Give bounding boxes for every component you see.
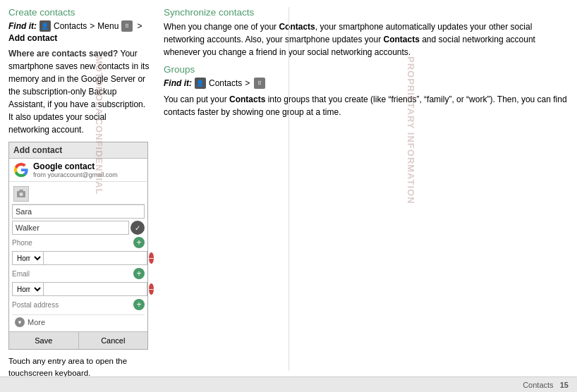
cancel-button[interactable]: Cancel — [79, 332, 148, 349]
groups-menu-icon: ⠿ — [254, 78, 265, 89]
groups-contacts3: Contacts — [229, 94, 265, 104]
footer-section: Contacts — [523, 381, 553, 389]
email-type-select[interactable]: Home Work — [12, 282, 44, 296]
more-label: More — [28, 318, 45, 326]
postal-section: Postal address + — [12, 299, 145, 312]
google-contact-row[interactable]: Google contact from youraccount@gmail.co… — [9, 159, 147, 182]
footer-page: 15 — [560, 381, 569, 389]
column-divider — [288, 7, 289, 371]
sync-contacts1: Contacts — [279, 22, 315, 32]
more-row[interactable]: ▼ More — [12, 314, 145, 329]
where-saved-body: Your smartphone saves new contacts in it… — [8, 49, 149, 135]
groups-body2: You can put your — [164, 94, 229, 104]
google-icon — [13, 162, 29, 178]
groups-contacts-icon: 👤 — [195, 78, 206, 89]
groups-contacts-text: Contacts — [209, 78, 242, 88]
svg-point-1 — [20, 192, 23, 196]
form-header: Add contact — [9, 142, 147, 159]
sync-body: When you change one of your Contacts, yo… — [164, 20, 569, 59]
svg-rect-2 — [19, 190, 23, 191]
remove-email-button[interactable]: – — [149, 283, 154, 295]
phone-header: Phone + — [12, 237, 145, 250]
email-section: Email + Home Work – — [12, 268, 145, 296]
email-input[interactable] — [44, 282, 147, 296]
left-column: Create contacts Find it: 👤 Contacts > Me… — [8, 7, 157, 374]
footer-bar: Contacts 15 — [0, 376, 577, 392]
phone-label: Phone — [12, 239, 32, 247]
email-header: Email + — [12, 268, 145, 281]
sync-contacts-title: Synchronize contacts — [164, 7, 569, 18]
email-field-row[interactable]: Home Work – — [12, 282, 145, 296]
groups-find-it-label: Find it: — [164, 78, 192, 88]
camera-icon — [16, 189, 26, 199]
gt2: > — [137, 21, 142, 31]
google-contact-text: Google contact from youraccount@gmail.co… — [33, 161, 118, 178]
find-it-line: Find it: 👤 Contacts > Menu ⠿ > Add conta… — [8, 20, 150, 43]
groups-find-it: Find it: 👤 Contacts > ⠿ — [164, 78, 569, 89]
menu-text: Menu — [97, 21, 119, 31]
first-name-input[interactable] — [12, 204, 145, 219]
add-phone-button[interactable]: + — [133, 237, 145, 248]
groups-title: Groups — [164, 64, 569, 75]
form-buttons: Save Cancel — [9, 331, 147, 349]
add-contact-form: Add contact Google contact from youracco… — [8, 142, 148, 350]
groups-gt: > — [245, 78, 250, 88]
phone-type-select[interactable]: Home Mobile Work — [12, 251, 44, 265]
first-name-field[interactable] — [12, 204, 145, 219]
gt1: > — [90, 21, 95, 31]
add-contact-text: Add contact — [8, 33, 57, 43]
form-body: ✓ Phone + Home Mobile Work — [9, 182, 147, 331]
touch-text1: Touch any entry area to open the touchsc… — [8, 357, 127, 377]
contacts-text: Contacts — [54, 21, 87, 31]
add-postal-button[interactable]: + — [133, 299, 145, 310]
sync-contacts2: Contacts — [384, 35, 420, 44]
phone-section: Phone + Home Mobile Work – — [12, 237, 145, 265]
google-contact-email: from youraccount@gmail.com — [33, 171, 118, 178]
google-contact-name: Google contact — [33, 161, 118, 171]
remove-phone-button[interactable]: – — [149, 252, 154, 264]
postal-label: Postal address — [12, 301, 133, 309]
where-saved-title: Where are contacts saved? — [8, 49, 118, 59]
add-email-button[interactable]: + — [133, 268, 145, 279]
menu-icon: ⠿ — [121, 20, 133, 32]
groups-body: You can put your Contacts into groups th… — [164, 93, 569, 118]
phone-input[interactable] — [44, 251, 147, 265]
create-contacts-title: Create contacts — [8, 7, 150, 18]
last-name-field[interactable]: ✓ — [12, 221, 145, 235]
where-saved-text: Where are contacts saved? Your smartphon… — [8, 47, 150, 136]
check-icon: ✓ — [130, 221, 145, 235]
phone-field-row[interactable]: Home Mobile Work – — [12, 251, 145, 265]
save-button[interactable]: Save — [9, 332, 79, 349]
photo-row — [12, 184, 145, 204]
right-column: Synchronize contacts When you change one… — [157, 7, 569, 374]
last-name-input[interactable] — [12, 221, 129, 235]
sync-body1: When you change one of your — [164, 22, 279, 32]
photo-placeholder[interactable] — [13, 186, 29, 202]
contacts-icon: 👤 — [40, 20, 51, 32]
email-label: Email — [12, 270, 30, 278]
find-it-label: Find it: — [8, 21, 37, 31]
more-icon: ▼ — [15, 317, 25, 327]
